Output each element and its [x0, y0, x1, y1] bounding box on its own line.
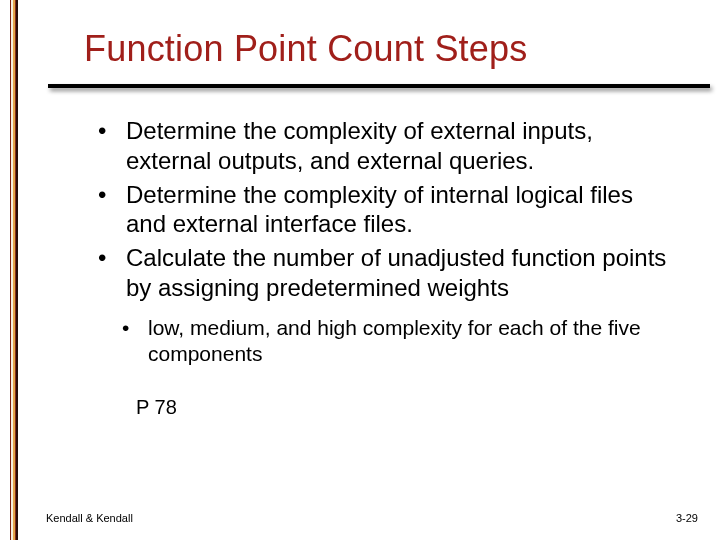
list-item: low, medium, and high complexity for eac…	[122, 315, 670, 369]
bullet-text: Calculate the number of unadjusted funct…	[126, 244, 666, 301]
sub-bullet-text: low, medium, and high complexity for eac…	[148, 316, 641, 366]
list-item: Calculate the number of unadjusted funct…	[96, 243, 670, 303]
slide: Function Point Count Steps Determine the…	[18, 0, 720, 540]
footer-page-number: 3-29	[676, 512, 698, 524]
bullet-text: Determine the complexity of internal log…	[126, 181, 633, 238]
list-item: Determine the complexity of internal log…	[96, 180, 670, 240]
body-bullet-list: Determine the complexity of external inp…	[96, 116, 670, 303]
bullet-text: Determine the complexity of external inp…	[126, 117, 593, 174]
left-accent-stripe	[10, 0, 18, 540]
slide-title: Function Point Count Steps	[18, 0, 720, 84]
sub-bullet-list: low, medium, and high complexity for eac…	[122, 315, 670, 369]
list-item: Determine the complexity of external inp…	[96, 116, 670, 176]
slide-body: Determine the complexity of external inp…	[18, 88, 720, 419]
page-reference: P 78	[136, 396, 670, 419]
footer-author: Kendall & Kendall	[46, 512, 133, 524]
